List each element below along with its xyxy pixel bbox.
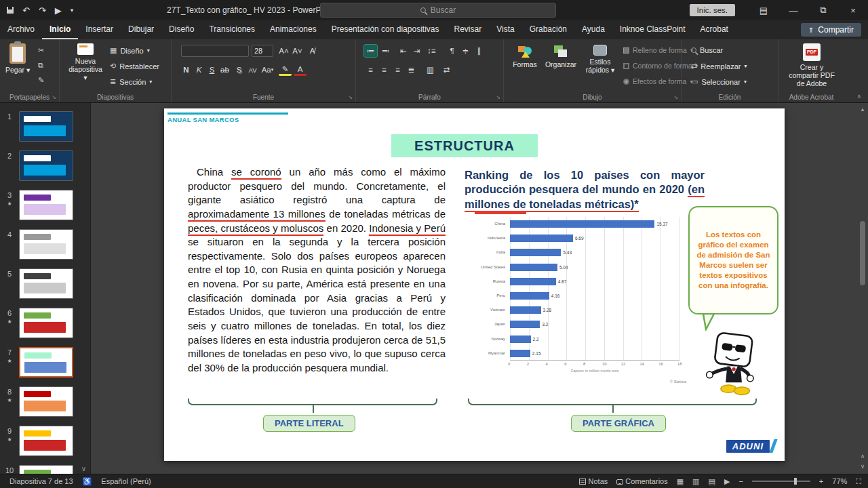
change-case-button[interactable]: Aa▾ bbox=[261, 64, 274, 76]
vertical-scrollbar[interactable]: ▲ bbox=[859, 106, 867, 444]
zoom-in-button[interactable]: + bbox=[819, 477, 823, 485]
bullets-button[interactable]: ≔ bbox=[364, 45, 377, 57]
share-button[interactable]: ⇑ Compartir bbox=[801, 23, 861, 37]
previous-slide-button[interactable]: ∧ bbox=[859, 451, 867, 461]
decrease-indent-icon[interactable]: ⇤ bbox=[397, 45, 410, 57]
increase-font-size-icon[interactable]: A˄ bbox=[277, 45, 290, 57]
undo-icon[interactable]: ↶ bbox=[22, 5, 30, 16]
parte-literal-label[interactable]: PARTE LITERAL bbox=[263, 415, 355, 432]
increase-indent-icon[interactable]: ⇥ bbox=[410, 45, 423, 57]
text-direction-icon[interactable]: ¶ bbox=[446, 45, 458, 57]
slide-thumbnail-1[interactable]: 1 bbox=[0, 111, 90, 142]
slide-7[interactable]: ANUAL SAN MARCOS ESTRUCTURA China se cor… bbox=[164, 108, 785, 461]
section-button[interactable]: ≣Sección▾ bbox=[110, 77, 152, 86]
customize-qat-icon[interactable]: ▾ bbox=[71, 7, 74, 14]
ribbon-tab-ayuda[interactable]: Ayuda bbox=[574, 20, 612, 39]
drawing-dialog-launcher-icon[interactable]: ↘ bbox=[673, 94, 678, 100]
cut-button[interactable]: ✂ bbox=[38, 46, 44, 55]
start-slideshow-icon[interactable]: ▶ bbox=[55, 5, 62, 16]
slide-thumbnail-5[interactable]: 5 bbox=[0, 268, 90, 299]
slide-thumbnail-3[interactable]: 3★ bbox=[0, 190, 90, 220]
slide-thumbnail-8[interactable]: 8★ bbox=[0, 386, 90, 417]
search-box[interactable]: Buscar bbox=[320, 3, 556, 18]
scrollbar-thumb[interactable] bbox=[860, 221, 865, 285]
select-button[interactable]: ▭Seleccionar▾ bbox=[691, 77, 747, 86]
ribbon-tab-inknoe-classpoint[interactable]: Inknoe ClassPoint bbox=[612, 20, 693, 39]
minimize-button[interactable]: — bbox=[778, 0, 808, 20]
add-columns-icon[interactable]: ▥ bbox=[424, 64, 437, 76]
ribbon-tab-revisar[interactable]: Revisar bbox=[446, 20, 489, 39]
ribbon-tab-presentación-con-diapositivas[interactable]: Presentación con diapositivas bbox=[324, 20, 447, 39]
clipboard-dialog-launcher-icon[interactable]: ↘ bbox=[52, 94, 56, 100]
format-painter-button[interactable]: ✎ bbox=[38, 76, 44, 85]
chart-title-text[interactable]: Ranking de los 10 países con mayor produ… bbox=[465, 168, 705, 211]
paste-button[interactable]: Pegar ▾ bbox=[5, 43, 30, 74]
find-button[interactable]: Buscar bbox=[691, 46, 723, 54]
character-spacing-button[interactable]: AV bbox=[246, 64, 259, 76]
font-dialog-launcher-icon[interactable]: ↘ bbox=[348, 94, 353, 100]
next-slide-button[interactable]: ∨ bbox=[859, 462, 867, 471]
literal-text-box[interactable]: China se coronó un año más como el máxim… bbox=[188, 165, 446, 375]
shapes-button[interactable]: Formas bbox=[509, 45, 540, 68]
layout-button[interactable]: ▦Diseño▾ bbox=[110, 46, 150, 55]
ribbon-tab-transiciones[interactable]: Transiciones bbox=[201, 20, 262, 39]
text-shadow-button[interactable]: S bbox=[233, 64, 245, 76]
align-center-icon[interactable]: ≡ bbox=[378, 64, 391, 76]
font-name-combo[interactable] bbox=[181, 45, 249, 57]
decrease-font-size-icon[interactable]: A˅ bbox=[291, 45, 304, 57]
italic-button[interactable]: K bbox=[193, 64, 205, 76]
ribbon-tab-dibujar[interactable]: Dibujar bbox=[121, 20, 161, 39]
new-slide-button[interactable]: Nueva diapositiva ▾ bbox=[66, 43, 104, 81]
line-spacing-icon[interactable]: ↕≡ bbox=[425, 45, 438, 57]
slide-title-box[interactable]: ESTRUCTURA bbox=[391, 134, 538, 157]
replace-button[interactable]: ⇄Reemplazar▾ bbox=[691, 62, 747, 70]
ribbon-display-options-button[interactable]: ▤ bbox=[749, 0, 778, 20]
ribbon-tab-vista[interactable]: Vista bbox=[489, 20, 521, 39]
notes-button[interactable]: Notas bbox=[579, 477, 608, 485]
clear-formatting-icon[interactable]: A̸ bbox=[306, 45, 319, 57]
font-color-button[interactable]: A bbox=[294, 64, 307, 76]
align-left-icon[interactable]: ≡ bbox=[364, 64, 377, 76]
ribbon-tab-diseño[interactable]: Diseño bbox=[161, 20, 201, 39]
parte-grafica-label[interactable]: PARTE GRÁFICA bbox=[571, 415, 666, 432]
mascot-character[interactable] bbox=[698, 332, 766, 396]
bold-button[interactable]: N bbox=[180, 64, 193, 76]
arrange-button[interactable]: Organizar bbox=[543, 45, 578, 68]
smartart-convert-icon[interactable]: ⇄ bbox=[440, 64, 453, 76]
reading-view-button[interactable]: ▤ bbox=[709, 477, 715, 486]
scroll-up-icon[interactable]: ▲ bbox=[859, 106, 867, 114]
ribbon-tab-inicio[interactable]: Inicio bbox=[42, 20, 78, 39]
collapse-ribbon-icon[interactable]: ∧ bbox=[856, 93, 861, 100]
slide-counter[interactable]: Diapositiva 7 de 13 bbox=[9, 477, 73, 485]
reset-button[interactable]: ⟲Restablecer bbox=[110, 62, 159, 70]
ranking-chart[interactable]: ChinaIndonesiaIndiaUnited StatesRussiaPe… bbox=[473, 217, 689, 388]
redo-icon[interactable]: ↷ bbox=[39, 5, 46, 16]
slideshow-view-button[interactable]: ▶ bbox=[724, 477, 730, 486]
sign-in-button[interactable]: Inic. ses. bbox=[690, 4, 735, 16]
paragraph-dialog-launcher-icon[interactable]: ↘ bbox=[496, 94, 500, 100]
create-pdf-button[interactable]: PDF Crear y compartir PDF de Adobe bbox=[785, 43, 838, 87]
slide-thumbnail-10[interactable]: 10★ bbox=[0, 465, 90, 474]
slide-sorter-view-button[interactable]: ▥ bbox=[692, 477, 699, 486]
ribbon-tab-archivo[interactable]: Archivo bbox=[0, 20, 42, 39]
underline-button[interactable]: S bbox=[205, 64, 218, 76]
columns-icon[interactable]: ∥ bbox=[473, 45, 486, 57]
speech-bubble[interactable]: Los textos con gráfico del examen de adm… bbox=[688, 206, 778, 314]
ribbon-tab-insertar[interactable]: Insertar bbox=[78, 20, 121, 39]
slide-thumbnail-7[interactable]: 7★ bbox=[0, 347, 90, 378]
ribbon-tab-acrobat[interactable]: Acrobat bbox=[693, 20, 736, 39]
numbering-button[interactable]: ≕ bbox=[379, 45, 392, 57]
font-size-combo[interactable] bbox=[252, 45, 273, 57]
restore-button[interactable]: ⧉ bbox=[808, 0, 838, 20]
accessibility-icon[interactable]: ♿ bbox=[83, 477, 92, 486]
slide-thumbnail-9[interactable]: 9★ bbox=[0, 426, 90, 456]
save-icon[interactable] bbox=[7, 7, 14, 14]
copy-button[interactable]: ⧉ bbox=[38, 61, 43, 70]
normal-view-button[interactable]: ▦ bbox=[677, 477, 684, 486]
justify-icon[interactable]: ≣ bbox=[405, 64, 418, 76]
ribbon-tab-animaciones[interactable]: Animaciones bbox=[262, 20, 324, 39]
ribbon-tab-grabación[interactable]: Grabación bbox=[522, 20, 574, 39]
zoom-slider-thumb[interactable] bbox=[794, 478, 797, 485]
zoom-out-button[interactable]: − bbox=[738, 477, 743, 485]
fit-slide-button[interactable]: ⛶ bbox=[856, 477, 861, 486]
